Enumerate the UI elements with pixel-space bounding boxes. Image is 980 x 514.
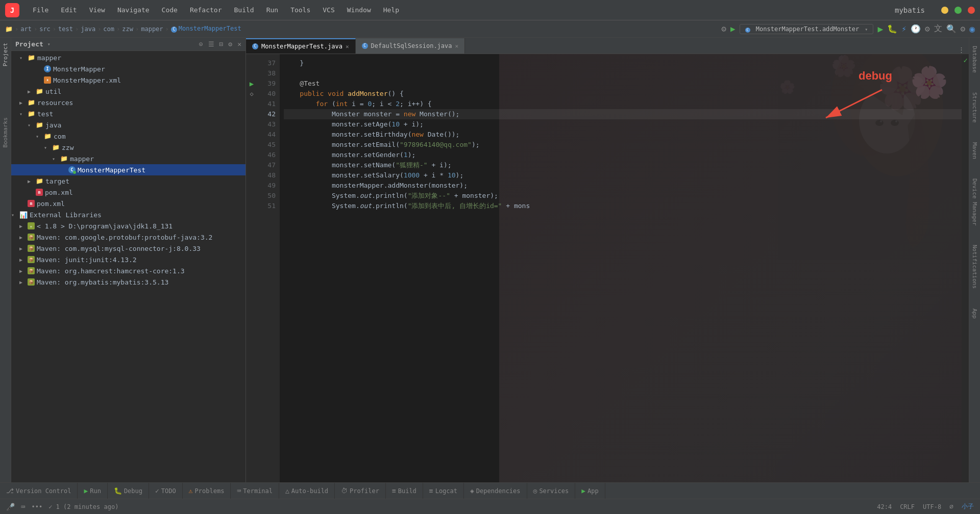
nav-icon-1[interactable]: ⚙ [721,24,726,34]
menu-code[interactable]: Code [157,4,183,16]
tab-default-sql-session[interactable]: C DefaultSqlSession.java ✕ [356,38,465,54]
debug-button[interactable]: 🐛 [887,24,897,34]
settings-btn-2[interactable]: ⚙ [925,24,930,34]
panel-dropdown[interactable]: ▾ [47,41,51,47]
status-dots[interactable]: ••• [31,503,42,510]
gutter-bookmark-1[interactable]: ◇ [246,89,257,99]
tree-item-resources[interactable]: ▶ 📁 resources [11,97,246,108]
panel-collapse-icon[interactable]: ☰ [208,40,214,48]
run-button[interactable]: ▶ [877,23,883,34]
tree-item-mapper-nested[interactable]: ▾ 📁 mapper [11,153,246,164]
tree-item-pom-nested[interactable]: m pom.xml [11,187,246,198]
menu-navigate[interactable]: Navigate [112,4,155,16]
panel-sync-icon[interactable]: ⊙ [199,40,203,48]
bottom-tab-run[interactable]: ▶ Run [78,483,108,499]
profile-button[interactable]: 🕐 [911,24,921,34]
tree-item-mapper-root[interactable]: ▾ 📁 mapper [11,52,246,63]
status-user[interactable]: 小子 [962,502,974,511]
menu-build[interactable]: Build [229,4,259,16]
breadcrumb-test[interactable]: test [58,25,73,33]
right-tab-structure[interactable]: Structure [969,88,980,127]
menu-window[interactable]: Window [342,4,376,16]
status-mic-icon[interactable]: 🎤 [6,503,15,511]
menu-tools[interactable]: Tools [285,4,315,16]
right-tab-device[interactable]: Device Manager [969,174,980,230]
bottom-tab-app[interactable]: ▶ App [575,483,605,499]
breadcrumb-java[interactable]: java [81,25,95,33]
sidebar-tab-project[interactable]: Project [0,38,11,71]
tree-item-util[interactable]: ▶ 📁 util [11,86,246,97]
tree-item-mysql[interactable]: ▶ 📦 Maven: com.mysql:mysql-connector-j:8… [11,243,246,254]
status-charset[interactable]: UTF-8 [923,503,941,510]
bottom-tab-terminal[interactable]: ⌨ Terminal [231,483,279,499]
tree-item-protobuf[interactable]: ▶ 📦 Maven: com.google.protobuf:protobuf-… [11,232,246,243]
bottom-tab-profiler[interactable]: ⏱ Profiler [335,483,386,499]
code-content[interactable]: } @Test public void addMonster() { for (… [280,54,962,482]
panel-settings-icon[interactable]: ⚙ [228,40,232,48]
code-line-38 [284,68,962,79]
tree-item-ext-libs[interactable]: ▾ 📊 External Libraries [11,209,246,220]
right-tab-app[interactable]: App [969,304,980,323]
tab-more-button[interactable]: ⋮ [954,46,969,54]
menu-run[interactable]: Run [261,4,283,16]
right-tab-notifications[interactable]: Notifications [969,241,980,293]
tree-item-monster-mapper[interactable]: I MonsterMapper [11,63,246,74]
tree-item-jdk[interactable]: ▶ ☕ < 1.8 > D:\program\java\jdk1.8_131 [11,220,246,232]
tree-item-target[interactable]: ▶ 📁 target [11,175,246,187]
coverage-button[interactable]: ⚡ [901,24,906,34]
translate-icon[interactable]: 文 [934,23,942,34]
menu-edit[interactable]: Edit [56,4,82,16]
bottom-tab-auto-build[interactable]: △ Auto-build [279,483,335,499]
status-position[interactable]: 42:4 [877,503,892,510]
bottom-tab-debug[interactable]: 🐛 Debug [108,483,149,499]
menu-refactor[interactable]: Refactor [185,4,227,16]
bottom-tab-version-control[interactable]: ⎇ Version Control [0,483,78,499]
right-tab-maven[interactable]: Maven [969,138,980,163]
menu-help[interactable]: Help [378,4,404,16]
status-keyboard-icon[interactable]: ⌨ [21,503,25,511]
right-tab-database[interactable]: Database [969,42,980,77]
nav-icon-2[interactable]: ▶ [730,24,736,34]
close-button[interactable] [968,7,975,14]
breadcrumb-mapper[interactable]: mapper [141,25,163,33]
menu-view[interactable]: View [84,4,110,16]
tree-item-test[interactable]: ▾ 📁 test [11,108,246,119]
bottom-tab-dependencies[interactable]: ◈ Dependencies [464,483,527,499]
tree-item-hamcrest[interactable]: ▶ 📦 Maven: org.hamcrest:hamcrest-core:1.… [11,265,246,276]
tree-item-zzw[interactable]: ▾ 📁 zzw [11,142,246,153]
run-config-selector[interactable]: C MonsterMapperTest.addMonster ▾ [740,24,874,34]
tab-monster-mapper-test[interactable]: C MonsterMapperTest.java ✕ [246,38,356,54]
minimize-button[interactable] [941,7,948,14]
tree-item-monster-mapper-xml[interactable]: x MonsterMapper.xml [11,74,246,86]
breadcrumb-zzw[interactable]: zzw [122,25,133,33]
tab-close-1[interactable]: ✕ [346,43,349,50]
status-crlf[interactable]: CRLF [900,503,915,510]
bottom-tab-logcat[interactable]: ≡ Logcat [423,483,464,499]
tree-item-java[interactable]: ▾ 📁 java [11,119,246,131]
breadcrumb-src[interactable]: src [39,25,51,33]
settings-icon[interactable]: ⚙ [961,24,966,34]
maximize-button[interactable] [954,7,962,14]
breadcrumb-art[interactable]: art [20,25,32,33]
menu-file[interactable]: File [28,4,54,16]
tab-close-2[interactable]: ✕ [455,43,459,49]
bottom-tab-todo[interactable]: ✓ TODO [149,483,183,499]
bottom-tab-problems[interactable]: ⚠ Problems [183,483,231,499]
tree-item-monster-mapper-test[interactable]: C MonsterMapperTest [11,164,246,175]
search-icon[interactable]: 🔍 [946,24,957,34]
breadcrumb-com[interactable]: com [103,25,114,33]
bottom-tab-services[interactable]: ◎ Services [527,483,576,499]
sidebar-tab-bookmarks[interactable]: Bookmarks [0,112,11,153]
breadcrumb-file[interactable]: CMonsterMapperTest [171,25,241,33]
panel-close-icon[interactable]: ✕ [237,40,241,48]
status-commit-info[interactable]: ✓ 1 (2 minutes ago) [48,503,118,510]
panel-filter-icon[interactable]: ⊟ [219,40,224,48]
tree-item-pom-root[interactable]: m pom.xml [11,198,246,209]
gutter-run-1[interactable]: ▶ [246,79,257,89]
tree-item-com[interactable]: ▾ 📁 com [11,131,246,142]
app-icon-2[interactable]: ◉ [969,23,975,34]
menu-vcs[interactable]: VCS [317,4,339,16]
tree-item-junit[interactable]: ▶ 📦 Maven: junit:junit:4.13.2 [11,254,246,265]
bottom-tab-build[interactable]: ≡ Build [386,483,423,499]
tree-item-mybatis[interactable]: ▶ 📦 Maven: org.mybatis:mybatis:3.5.13 [11,276,246,288]
